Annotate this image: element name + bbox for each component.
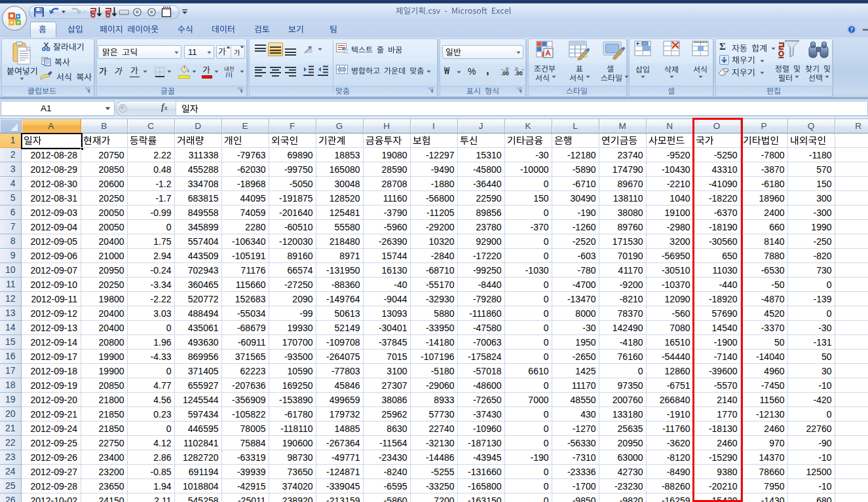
svg-text:?: ? (850, 26, 854, 33)
svg-text:.00: .00 (515, 70, 523, 76)
svg-text:.00: .00 (501, 70, 509, 76)
